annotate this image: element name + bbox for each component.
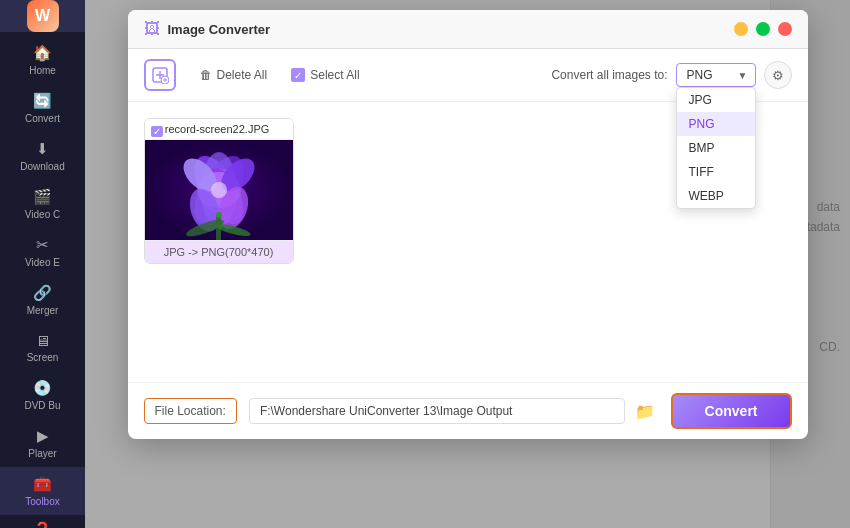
sidebar-item-label: DVD Bu xyxy=(24,400,60,411)
video-e-icon: ✂ xyxy=(36,236,49,254)
sidebar-bottom: ❓ ⚙ xyxy=(0,515,85,528)
format-option-bmp[interactable]: BMP xyxy=(677,136,755,160)
home-icon: 🏠 xyxy=(33,44,52,62)
checkbox-icon: ✓ xyxy=(291,68,305,82)
sidebar: W 🏠 Home 🔄 Convert ⬇ Download 🎬 Video C … xyxy=(0,0,85,528)
format-option-png[interactable]: PNG xyxy=(677,112,755,136)
sidebar-item-dvd[interactable]: 💿 DVD Bu xyxy=(0,371,85,419)
svg-point-19 xyxy=(216,212,222,218)
format-settings-button[interactable]: ⚙ xyxy=(764,61,792,89)
convert-all-label: Convert all images to: PNG ▼ JPG PNG BMP… xyxy=(551,61,791,89)
help-icon: ❓ xyxy=(33,521,52,528)
delete-all-label: Delete All xyxy=(217,68,268,82)
sidebar-item-home[interactable]: 🏠 Home xyxy=(0,36,85,84)
svg-point-17 xyxy=(211,182,227,198)
modal-window-controls xyxy=(734,22,792,36)
modal-title: Image Converter xyxy=(168,22,734,37)
dvd-icon: 💿 xyxy=(33,379,52,397)
download-icon: ⬇ xyxy=(36,140,49,158)
app-logo-icon: W xyxy=(27,0,59,32)
format-select-wrapper: PNG ▼ JPG PNG BMP TIFF WEBP xyxy=(676,63,756,87)
modal-overlay: 🖼 Image Converter xyxy=(85,0,850,528)
sidebar-item-help[interactable]: ❓ xyxy=(0,515,85,528)
merger-icon: 🔗 xyxy=(33,284,52,302)
image-card: ✓ record-screen22.JPG xyxy=(144,118,294,264)
image-thumbnail xyxy=(145,140,293,240)
toolbox-icon: 🧰 xyxy=(33,475,52,493)
sidebar-item-label: Screen xyxy=(27,352,59,363)
sidebar-item-toolbox[interactable]: 🧰 Toolbox xyxy=(0,467,85,515)
browse-folder-button[interactable]: 📁 xyxy=(631,397,659,425)
close-button[interactable] xyxy=(778,22,792,36)
format-dropdown-menu[interactable]: JPG PNG BMP TIFF WEBP xyxy=(676,87,756,209)
format-option-webp[interactable]: WEBP xyxy=(677,184,755,208)
sidebar-item-label: Video C xyxy=(25,209,60,220)
select-all-checkbox[interactable]: ✓ Select All xyxy=(291,68,359,82)
sidebar-item-label: Player xyxy=(28,448,56,459)
video-c-icon: 🎬 xyxy=(33,188,52,206)
image-conversion-label: JPG -> PNG(700*470) xyxy=(145,240,293,263)
sidebar-item-label: Video E xyxy=(25,257,60,268)
trash-icon: 🗑 xyxy=(200,68,212,82)
sidebar-item-download[interactable]: ⬇ Download xyxy=(0,132,85,180)
sidebar-item-screen[interactable]: 🖥 Screen xyxy=(0,324,85,371)
sidebar-item-label: Download xyxy=(20,161,64,172)
file-path-wrapper: F:\Wondershare UniConverter 13\Image Out… xyxy=(249,397,659,425)
card-checkbox[interactable]: ✓ xyxy=(151,125,163,137)
format-option-tiff[interactable]: TIFF xyxy=(677,160,755,184)
sidebar-item-merger[interactable]: 🔗 Merger xyxy=(0,276,85,324)
sidebar-item-label: Merger xyxy=(27,305,59,316)
modal-titlebar: 🖼 Image Converter xyxy=(128,10,808,49)
modal-footer: File Location: F:\Wondershare UniConvert… xyxy=(128,382,808,439)
sidebar-item-video-c[interactable]: 🎬 Video C xyxy=(0,180,85,228)
file-location-label: File Location: xyxy=(144,398,237,424)
convert-icon: 🔄 xyxy=(33,92,52,110)
sidebar-item-player[interactable]: ▶ Player xyxy=(0,419,85,467)
image-converter-modal: 🖼 Image Converter xyxy=(128,10,808,439)
sidebar-item-video-e[interactable]: ✂ Video E xyxy=(0,228,85,276)
maximize-button[interactable] xyxy=(756,22,770,36)
format-option-jpg[interactable]: JPG xyxy=(677,88,755,112)
image-filename: ✓ record-screen22.JPG xyxy=(145,119,293,140)
toolbar: 🗑 Delete All ✓ Select All Convert all im… xyxy=(128,49,808,102)
convert-button[interactable]: Convert xyxy=(671,393,792,429)
sidebar-item-convert[interactable]: 🔄 Convert xyxy=(0,84,85,132)
screen-icon: 🖥 xyxy=(35,332,50,349)
modal-icon: 🖼 xyxy=(144,20,160,38)
main-content: data etadata CD. 🖼 Image Converter xyxy=(85,0,850,528)
sidebar-item-label: Home xyxy=(29,65,56,76)
sidebar-logo: W xyxy=(0,0,85,32)
sidebar-item-label: Toolbox xyxy=(25,496,59,507)
sidebar-item-label: Convert xyxy=(25,113,60,124)
file-path-select[interactable]: F:\Wondershare UniConverter 13\Image Out… xyxy=(249,398,625,424)
minimize-button[interactable] xyxy=(734,22,748,36)
select-all-label: Select All xyxy=(310,68,359,82)
add-image-button[interactable] xyxy=(144,59,176,91)
player-icon: ▶ xyxy=(37,427,49,445)
format-select[interactable]: PNG xyxy=(676,63,756,87)
delete-all-button[interactable]: 🗑 Delete All xyxy=(192,64,276,86)
